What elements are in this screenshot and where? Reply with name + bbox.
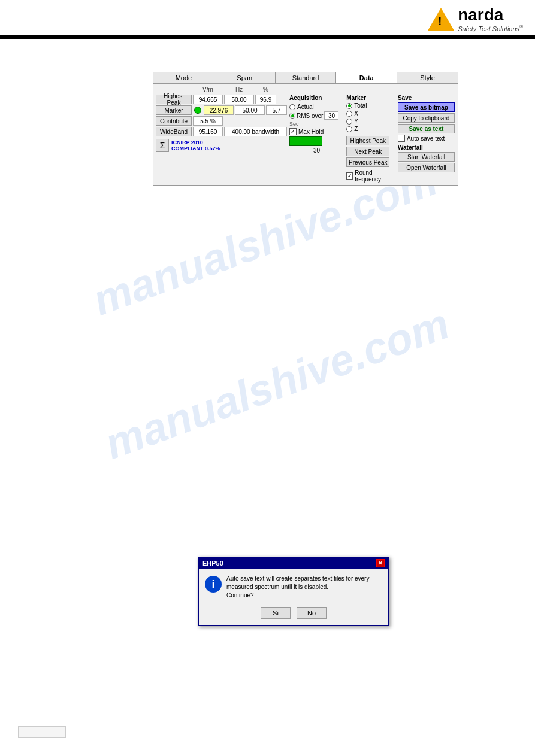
marker-val2: 50.00 [235, 105, 265, 115]
autosave-label: Auto save text [407, 135, 445, 142]
marker-val1: 22.976 [204, 105, 234, 115]
dialog-message: Auto save text will create separates tex… [226, 575, 382, 600]
marker-val3: 5.7 [266, 105, 287, 115]
sec-label: Sec [289, 121, 299, 127]
previous-peak-btn[interactable]: Previous Peak [346, 157, 389, 167]
marker-x-row: X [346, 110, 395, 117]
highest-peak-btn[interactable]: Highest Peak [346, 136, 389, 145]
contribute-row: Contribute 5.5 % [156, 116, 287, 126]
col-header-pct: % [255, 86, 276, 93]
watermark-2: manualshive.com [98, 299, 455, 469]
tab-mode[interactable]: Mode [153, 72, 214, 83]
z-radio[interactable] [346, 126, 352, 132]
tab-style[interactable]: Style [397, 72, 458, 83]
marker-section: Marker Total X Y Z Highest Peak Next Pea… [346, 86, 395, 183]
sec-label-row: Sec [289, 121, 344, 127]
start-waterfall-btn[interactable]: Start Waterfall [398, 152, 455, 162]
save-section: Save Save as bitmap Copy to clipboard Sa… [398, 86, 455, 183]
dialog-body: i Auto save text will create separates t… [199, 569, 388, 603]
dialog: EHP50 ✕ i Auto save text will create sep… [198, 557, 389, 626]
highest-peak-val3: 96.9 [255, 95, 276, 104]
logo-name: narda [458, 6, 523, 25]
bandwidth-val: 400.00 bandwidth [224, 127, 287, 136]
rms-row: RMS over [289, 111, 344, 120]
save-as-bitmap-btn[interactable]: Save as bitmap [398, 102, 455, 112]
sigma-button[interactable]: Σ [156, 139, 169, 152]
maxhold-checkbox[interactable] [289, 128, 297, 135]
acquisition-title: Acquisition [289, 95, 344, 101]
total-radio[interactable] [346, 103, 352, 109]
wideband-row: WideBand 95.160 400.00 bandwidth [156, 127, 287, 136]
dialog-titlebar: EHP50 ✕ [199, 558, 388, 569]
logo: narda Safety Test Solutions® [428, 6, 523, 32]
dialog-info-icon: i [205, 576, 222, 593]
tab-data[interactable]: Data [336, 72, 397, 83]
marker-y-row: Y [346, 118, 395, 125]
wideband-val1: 95.160 [193, 127, 223, 136]
dialog-buttons: Si No [199, 603, 388, 625]
dialog-yes-button[interactable]: Si [261, 607, 291, 619]
wideband-button[interactable]: WideBand [156, 127, 192, 136]
actual-label: Actual [297, 104, 314, 110]
save-title: Save [398, 95, 455, 101]
header-divider [0, 37, 535, 39]
round-freq-label: Round frequency [355, 169, 395, 183]
autosave-checkbox[interactable] [398, 135, 405, 142]
col-headers: V/m Hz % [156, 86, 287, 93]
z-label: Z [354, 126, 358, 132]
col-spacer [156, 86, 192, 93]
logo-triangle-icon [428, 8, 454, 31]
col-header-vm: V/m [193, 86, 223, 93]
page-area [18, 726, 66, 738]
logo-text: narda Safety Test Solutions® [458, 6, 523, 32]
x-radio[interactable] [346, 111, 352, 117]
maxhold-row: Max Hold [289, 128, 344, 135]
maxhold-label: Max Hold [298, 129, 324, 135]
dialog-title: EHP50 [202, 560, 223, 567]
tabs-row: Mode Span Standard Data Style [153, 72, 458, 84]
marker-row: Marker 22.976 50.00 5.7 [156, 105, 287, 115]
x-label: X [354, 110, 358, 117]
highest-peak-val1: 94.665 [193, 95, 223, 104]
round-freq-row: Round frequency [346, 169, 395, 183]
left-section: V/m Hz % Highest Peak 94.665 50.00 96.9 … [156, 86, 287, 183]
waterfall-title: Waterfall [398, 144, 455, 151]
marker-title: Marker [346, 95, 395, 101]
save-as-text-btn[interactable]: Save as text [398, 124, 455, 133]
actual-row: Actual [289, 104, 344, 110]
rms-radio[interactable] [289, 113, 295, 119]
next-peak-btn[interactable]: Next Peak [346, 147, 389, 156]
contribute-button[interactable]: Contribute [156, 116, 192, 126]
compliance-text: ICNIRP 2010 COMPLIANT 0.57% [171, 139, 220, 151]
copy-to-clipboard-btn[interactable]: Copy to clipboard [398, 113, 455, 123]
y-radio[interactable] [346, 119, 352, 125]
dialog-close-button[interactable]: ✕ [376, 559, 385, 567]
marker-button[interactable]: Marker [156, 105, 192, 115]
maxhold-value: 30 [289, 147, 344, 154]
acquisition-section: Acquisition Actual RMS over Sec Max Hold… [289, 86, 344, 183]
tab-span[interactable]: Span [214, 72, 276, 83]
tab-standard[interactable]: Standard [276, 72, 337, 83]
highest-peak-button[interactable]: Highest Peak [156, 95, 192, 104]
dialog-no-button[interactable]: No [297, 607, 327, 619]
maxhold-bar [289, 136, 322, 146]
autosave-row: Auto save text [398, 135, 455, 142]
panel-body: V/m Hz % Highest Peak 94.665 50.00 96.9 … [153, 84, 458, 185]
actual-radio[interactable] [289, 104, 295, 110]
highest-peak-val2: 50.00 [224, 95, 254, 104]
col-header-hz: Hz [224, 86, 254, 93]
marker-z-row: Z [346, 126, 395, 132]
marker-dot-icon [194, 107, 201, 114]
round-freq-checkbox[interactable] [346, 172, 353, 180]
main-panel: Mode Span Standard Data Style V/m Hz % H… [153, 72, 458, 186]
rms-input[interactable] [324, 111, 338, 120]
highest-peak-row: Highest Peak 94.665 50.00 96.9 [156, 95, 287, 104]
marker-total-row: Total [346, 102, 395, 109]
page-box [18, 726, 66, 738]
logo-subtitle: Safety Test Solutions® [458, 25, 523, 32]
total-label: Total [354, 102, 367, 109]
open-waterfall-btn[interactable]: Open Waterfall [398, 163, 455, 172]
peak-section: Highest Peak Next Peak Previous Peak [346, 136, 395, 167]
header: narda Safety Test Solutions® [0, 0, 535, 37]
rms-label: RMS over [297, 113, 323, 119]
